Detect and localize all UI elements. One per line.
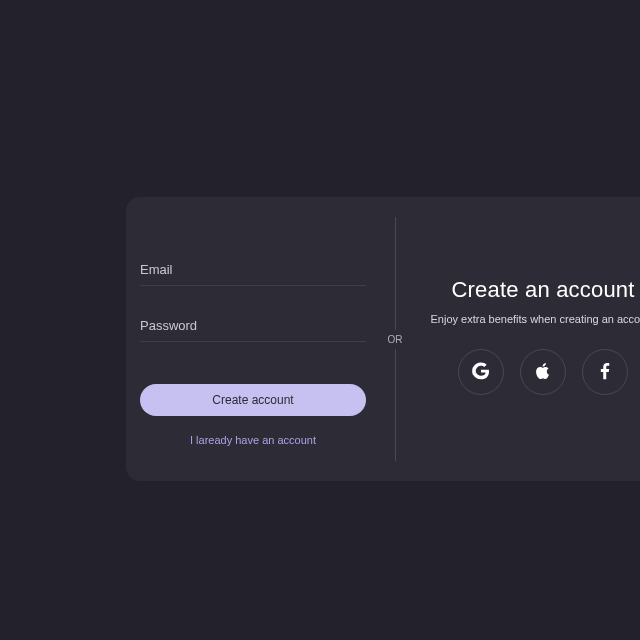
- google-icon: [471, 361, 491, 384]
- panel-subtitle: Enjoy extra benefits when creating an ac…: [430, 313, 640, 325]
- email-field-wrap: [140, 252, 366, 286]
- google-signin-button[interactable]: [458, 349, 504, 395]
- signup-card: Create account I laready have an account…: [126, 197, 640, 481]
- panel-title: Create an account: [451, 277, 634, 303]
- social-buttons-row: [458, 349, 628, 395]
- divider: OR: [380, 197, 410, 481]
- social-panel: Create an account Enjoy extra benefits w…: [410, 197, 640, 481]
- form-panel: Create account I laready have an account: [126, 197, 380, 481]
- apple-icon: [533, 361, 553, 384]
- create-account-button[interactable]: Create account: [140, 384, 366, 416]
- email-field[interactable]: [140, 252, 366, 286]
- divider-label: OR: [388, 330, 403, 349]
- password-field[interactable]: [140, 308, 366, 342]
- already-have-account-link[interactable]: I laready have an account: [140, 434, 366, 446]
- facebook-signin-button[interactable]: [582, 349, 628, 395]
- apple-signin-button[interactable]: [520, 349, 566, 395]
- facebook-icon: [595, 361, 615, 384]
- password-field-wrap: [140, 308, 366, 342]
